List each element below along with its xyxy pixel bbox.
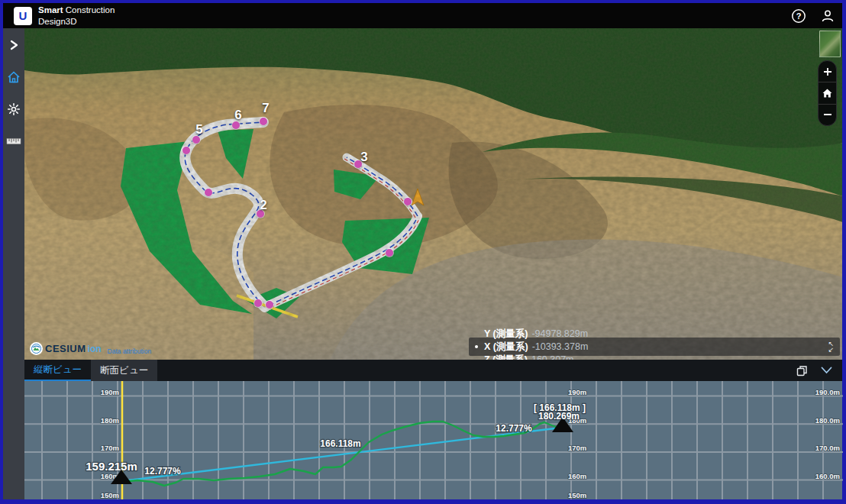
cesium-ion-text: ion xyxy=(88,344,102,354)
axis-tick-label: 170.0m xyxy=(815,444,840,452)
reset-view-button[interactable] xyxy=(819,82,836,103)
data-attribution-link[interactable]: Data attribution xyxy=(108,347,152,355)
map-viewport[interactable]: 76532 xyxy=(24,28,842,360)
sidebar-item-measure[interactable] xyxy=(6,134,21,149)
route-vertex-dot[interactable] xyxy=(254,299,262,307)
svg-text:?: ? xyxy=(796,11,802,21)
copy-icon xyxy=(796,365,808,376)
cesium-attribution[interactable]: CESIUM ion Data attribution xyxy=(30,342,151,355)
app-frame: U Smart Construction Design3D ? xyxy=(3,3,842,499)
coordinate-readout-bar: Y (測量系)-94978.829mX (測量系)-10393.378mZ (測… xyxy=(469,338,840,356)
map-zoom-controls xyxy=(818,60,837,126)
app-title-brand: Smart xyxy=(38,5,63,15)
chart-annotation: 159.215m xyxy=(86,460,137,473)
coordinate-y: Y (測量系)-94978.829m xyxy=(484,328,588,341)
app-title: Smart Construction Design3D xyxy=(38,5,115,27)
profile-tabbar: 縦断ビュー 断面ビュー xyxy=(24,360,842,381)
axis-tick-label: 190m xyxy=(568,388,586,396)
tab-longitudinal-view[interactable]: 縦断ビュー xyxy=(24,360,91,381)
route-vertex-dot[interactable] xyxy=(182,147,190,154)
basemap-thumbnail[interactable] xyxy=(819,31,841,57)
cesium-brand-text: CESIUM xyxy=(45,343,86,354)
profile-chart-area[interactable]: 190m180m170m160m150m190m180m170m160m150m… xyxy=(24,381,842,499)
axis-tick-label: 190.0m xyxy=(815,388,840,396)
chart-annotation: 12.777% xyxy=(496,423,532,434)
route-point-number-2[interactable]: 2 xyxy=(260,198,266,213)
route-point-number-3[interactable]: 3 xyxy=(360,150,367,165)
app-window: U Smart Construction Design3D ? xyxy=(0,0,846,504)
coordinate-z: Z (測量系)160.307m xyxy=(484,354,588,360)
expand-sidebar-button[interactable] xyxy=(6,37,21,53)
profile-panel: 縦断ビュー 断面ビュー xyxy=(24,360,842,499)
chart-annotation: 12.777% xyxy=(144,466,181,477)
chart-annotation: 180.269m xyxy=(538,411,580,422)
route-vertex-dot[interactable] xyxy=(260,118,267,125)
zoom-out-button[interactable] xyxy=(819,104,836,125)
app-header: U Smart Construction Design3D ? xyxy=(3,3,842,28)
ruler-icon xyxy=(6,137,21,146)
expand-panel-icon[interactable]: ↖↙ xyxy=(828,341,834,353)
axis-tick-label: 160m xyxy=(568,472,586,480)
help-button[interactable]: ? xyxy=(790,8,807,24)
app-title-line2: Design3D xyxy=(38,16,115,27)
axis-tick-label: 190m xyxy=(101,388,119,396)
route-vertex-dot[interactable] xyxy=(404,198,412,205)
axis-tick-label: 150m xyxy=(568,491,586,499)
account-button[interactable] xyxy=(819,8,836,24)
axis-tick-label: 180m xyxy=(101,416,119,425)
plus-icon xyxy=(823,67,832,76)
cesium-logo-icon xyxy=(30,342,43,355)
terrain-3d-render xyxy=(24,28,842,360)
coordinate-x: X (測量系)-10393.378m xyxy=(484,341,588,354)
app-logo-icon: U xyxy=(14,7,32,25)
gear-icon xyxy=(7,102,21,116)
bullet-icon xyxy=(475,345,478,348)
zoom-in-button[interactable] xyxy=(819,61,836,82)
route-vertex-dot[interactable] xyxy=(386,249,393,257)
route-vertex-dot[interactable] xyxy=(205,189,212,196)
route-point-number-6[interactable]: 6 xyxy=(234,108,241,123)
minus-icon xyxy=(823,110,832,119)
axis-tick-label: 150m xyxy=(101,491,119,499)
route-point-number-5[interactable]: 5 xyxy=(195,122,202,137)
home-icon xyxy=(7,70,21,84)
user-icon xyxy=(820,8,835,24)
axis-tick-label: 170m xyxy=(568,444,586,452)
axis-tick-label: 160.0m xyxy=(815,472,840,480)
duplicate-panel-button[interactable] xyxy=(795,363,809,377)
collapse-panel-button[interactable] xyxy=(819,363,833,377)
chevron-right-icon xyxy=(8,40,19,50)
chevron-down-icon xyxy=(821,367,832,374)
tab-cross-section-view[interactable]: 断面ビュー xyxy=(91,360,157,381)
help-icon: ? xyxy=(791,8,806,24)
axis-tick-label: 170m xyxy=(101,444,119,452)
profile-chart: 190m180m170m160m150m190m180m170m160m150m… xyxy=(24,381,843,499)
axis-tick-label: 180.0m xyxy=(815,416,840,425)
sidebar-item-home[interactable] xyxy=(6,69,21,85)
chart-annotation: 166.118m xyxy=(320,438,360,449)
route-point-number-7[interactable]: 7 xyxy=(262,101,269,116)
route-vertex-dot[interactable] xyxy=(266,301,273,309)
sidebar-item-settings[interactable] xyxy=(6,102,21,117)
sidebar xyxy=(3,28,24,499)
home-filled-icon xyxy=(822,89,832,98)
